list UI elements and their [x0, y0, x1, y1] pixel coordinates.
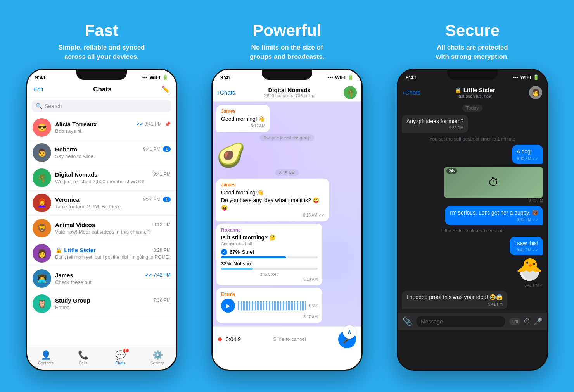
voice-waveform	[238, 301, 306, 310]
voice-duration: 0:22	[309, 303, 318, 308]
date-divider: Today	[462, 105, 482, 112]
unread-badge: 1	[163, 146, 171, 152]
voice-bubble: Emma ▶ 0:22 8:17 AM	[216, 288, 322, 323]
attach-icon[interactable]: 📎	[403, 317, 412, 326]
timer-label[interactable]: 1m	[509, 318, 520, 325]
avatar: 👩	[33, 244, 51, 263]
time-divider: 8:15 AM	[275, 169, 299, 176]
list-item[interactable]: 😎 Alicia Torreaux ✔✔9:41 PM📌 Bob says hi…	[27, 115, 176, 140]
back-label: Chats	[220, 89, 235, 96]
group-nav: ‹ Chats Digital Nomads 2,503 members, 73…	[213, 84, 361, 102]
signal-icon: ▪▪▪	[513, 74, 519, 80]
chat-time: 9:41 PM	[144, 121, 162, 127]
message-text: Good morning! 👋	[221, 116, 265, 122]
tab-chats[interactable]: 💬 8 Chats	[102, 346, 139, 370]
tab-label: Calls	[79, 361, 87, 365]
chat-preview: Vote now! Moar cat videos in this channe…	[55, 229, 171, 235]
chats-icon: 💬 8	[115, 350, 126, 360]
chat-info: Alicia Torreaux ✔✔9:41 PM📌 Bob says hi.	[55, 121, 171, 134]
name-row: Animal Videos 9:12 PM	[55, 222, 171, 228]
name-row: James ✔✔7:42 PM	[55, 272, 171, 279]
list-item[interactable]: 👩 🔒 Little Sister 8:28 PM Don't tell mom…	[27, 241, 176, 266]
back-button[interactable]: ‹ Chats	[403, 89, 420, 96]
message-input[interactable]: Message	[416, 316, 505, 327]
name-row: Digital Nomads 9:41 PM	[55, 171, 171, 178]
chat-name: Study Group	[55, 297, 90, 304]
slide-cancel: Slide to cancel	[245, 336, 334, 342]
microphone-icon[interactable]: 🎤	[534, 317, 542, 326]
list-item[interactable]: 👨 Roberto 9:41 PM1 Say hello to Alice.	[27, 140, 176, 165]
chat-preview: Say hello to Alice.	[55, 153, 171, 159]
message-text: Any gift ideas for mom?	[406, 118, 463, 126]
poll-bar-bg	[221, 268, 318, 270]
tab-label: Settings	[150, 361, 164, 365]
list-item[interactable]: 🦁 Animal Videos 9:12 PM Vote now! Moar c…	[27, 216, 176, 241]
poll-question: Is it still morning? 🤔	[221, 234, 318, 241]
secure-chat-info: 🔒 Little Sister last seen just now	[424, 87, 526, 98]
avatar: 😎	[33, 118, 51, 137]
name-row: Alicia Torreaux ✔✔9:41 PM📌	[55, 121, 171, 127]
chat-time: 7:42 PM	[153, 272, 171, 278]
wifi-icon: WiFi	[520, 74, 531, 80]
chat-time: 9:22 PM	[143, 197, 161, 202]
tab-settings[interactable]: ⚙️ Settings	[139, 346, 176, 370]
powerful-subtitle: No limits on the size ofgroups and broad…	[250, 43, 325, 62]
powerful-title: Powerful	[252, 21, 321, 40]
chat-info: James ✔✔7:42 PM Check these out	[55, 272, 171, 285]
chats-nav: Edit Chats ✏️	[27, 84, 176, 97]
phone-2: 9:41 ▪▪▪ WiFi 🔋 ‹ Chats Digital Nomads 2…	[211, 69, 363, 371]
calls-icon: 📞	[78, 350, 88, 360]
message-bubble: James Good morning!👋Do you have any idea…	[216, 179, 329, 221]
list-item[interactable]: 👨‍💻 James ✔✔7:42 PM Check these out	[27, 266, 176, 291]
status-icons-2: ▪▪▪ WiFi 🔋	[328, 74, 354, 80]
last-seen: last seen just now	[424, 94, 526, 98]
message-bubble: Any gift ideas for mom? 9:39 PM	[402, 115, 468, 134]
list-item[interactable]: 👩‍🦰 Veronica 9:22 PM1 Table for four, 2 …	[27, 191, 176, 216]
group-avatar: 🌴	[344, 86, 357, 99]
poll-bar	[221, 268, 253, 270]
sticker-time: 9:41 PM ✓	[524, 283, 543, 287]
message-text: I needed proof this was your idea! 😂😱	[406, 294, 503, 301]
back-button[interactable]: ‹ Chats	[217, 89, 235, 96]
group-chat-info: Digital Nomads 2,503 members, 736 online	[238, 87, 341, 98]
chat-time: 9:12 PM	[153, 222, 171, 227]
play-button[interactable]: ▶	[221, 299, 235, 313]
tab-label: Contacts	[38, 361, 53, 365]
system-message: You set the self-destruct timer to 1 min…	[430, 136, 515, 142]
checkmark-icon: ✔✔	[145, 273, 152, 278]
scroll-up-button[interactable]: ∧	[343, 325, 356, 339]
list-item[interactable]: 🌴 Digital Nomads 9:41 PM We just reached…	[27, 165, 176, 191]
settings-icon: ⚙️	[152, 350, 163, 360]
chat-preview: Don't tell mom yet, but I got the job! I…	[55, 254, 171, 260]
chat-info: Digital Nomads 9:41 PM We just reached 2…	[55, 171, 171, 184]
name-row: 🔒 Little Sister 8:28 PM	[55, 247, 171, 254]
chat-info: Animal Videos 9:12 PM Vote now! Moar cat…	[55, 222, 171, 235]
time-1: 9:41	[35, 74, 46, 81]
lock-icon: 🔒	[455, 87, 462, 94]
chat-badge: 8	[123, 349, 129, 352]
member-count: 2,503 members, 736 online	[238, 93, 341, 98]
avatar: 🌴	[33, 168, 51, 187]
sticker-message: 🥑	[216, 144, 246, 167]
poll-option: 33% Not sure	[221, 261, 318, 270]
group-name: Digital Nomads	[238, 87, 341, 93]
tab-calls[interactable]: 📞 Calls	[64, 346, 102, 370]
tab-contacts[interactable]: 👤 Contacts	[27, 346, 64, 370]
wifi-icon: WiFi	[335, 74, 346, 80]
message-time: 8:16 AM	[221, 277, 318, 282]
poll-option: ✓ 67% Sure!	[221, 249, 318, 258]
list-item[interactable]: 🦉 Study Group 7:36 PM Emma	[27, 291, 176, 316]
battery-icon: 🔋	[533, 74, 539, 80]
compose-button[interactable]: ✏️	[161, 85, 170, 94]
sticker-message: 🐣	[516, 258, 543, 280]
poll-bar-bg	[221, 256, 318, 258]
chat-info: 🔒 Little Sister 8:28 PM Don't tell mom y…	[55, 247, 171, 260]
name-row: Study Group 7:36 PM	[55, 297, 171, 304]
wifi-icon: WiFi	[150, 74, 160, 80]
powerful-panel: Powerful No limits on the size ofgroups …	[198, 21, 376, 371]
poll-label: ✓ 67% Sure!	[221, 249, 318, 255]
chat-preview: Check these out	[55, 279, 171, 285]
message-text: I saw this!	[514, 240, 538, 248]
edit-button[interactable]: Edit	[33, 86, 43, 93]
search-bar[interactable]: 🔍 Search	[32, 100, 171, 112]
